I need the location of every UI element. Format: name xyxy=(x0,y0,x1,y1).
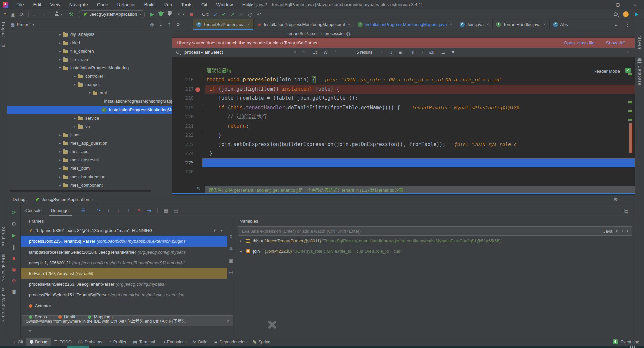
chevron-right-icon[interactable] xyxy=(57,32,63,36)
fold-icon[interactable] xyxy=(202,150,202,157)
toolwindow-spring[interactable]: Spring xyxy=(250,338,274,346)
chevron-right-icon[interactable] xyxy=(57,58,63,61)
hide-panel-icon[interactable] xyxy=(185,22,190,27)
debug-button[interactable] xyxy=(159,11,163,16)
database-icon[interactable] xyxy=(637,58,642,60)
git-commit-icon[interactable] xyxy=(219,11,228,17)
user-dropdown-icon[interactable] xyxy=(61,13,63,16)
add-icon[interactable] xyxy=(621,229,624,234)
toolwindow-profiler[interactable]: Profiler xyxy=(106,338,130,346)
menu-navigate[interactable]: Navigate xyxy=(69,2,88,7)
tab-beans[interactable]: Beans xyxy=(29,314,47,319)
more-tabs-chevron[interactable]: » xyxy=(29,328,31,333)
tab-close-icon[interactable] xyxy=(347,23,350,26)
expand-all-watches-icon[interactable] xyxy=(229,246,233,251)
maximize-button[interactable] xyxy=(616,2,620,7)
match-case-toggle[interactable]: Cc xyxy=(313,50,318,55)
tree-item[interactable]: InstallationProgressMonitoringMappe xyxy=(7,97,172,106)
chevron-right-icon[interactable] xyxy=(57,175,63,179)
whole-words-toggle[interactable]: W xyxy=(324,50,328,55)
menu-run[interactable]: Run xyxy=(164,2,172,7)
coverage-button[interactable] xyxy=(168,11,172,16)
tree-item[interactable]: mapper xyxy=(7,80,172,89)
tree-item[interactable]: mes_apsresult xyxy=(7,156,172,164)
tree-item[interactable]: mes_component xyxy=(7,181,172,189)
tree-item[interactable]: diy_analysis xyxy=(7,30,172,39)
tree-horizontal-scrollbar[interactable] xyxy=(10,190,151,192)
menu-window[interactable]: Window xyxy=(216,2,233,7)
forward-icon[interactable] xyxy=(39,11,48,17)
view-breakpoints-icon[interactable] xyxy=(12,266,16,272)
stripe-commit-icon[interactable] xyxy=(1,43,5,48)
expand-icon[interactable] xyxy=(239,239,243,243)
close-find-bar-icon[interactable] xyxy=(627,50,630,54)
variable-row[interactable]: this = {JeecgTenantParser@18011} "Tenant… xyxy=(235,236,635,246)
splitter[interactable] xyxy=(172,193,635,194)
stripe-gear-icon[interactable] xyxy=(1,287,5,292)
tab-close-icon[interactable] xyxy=(486,23,489,26)
build-hammer-icon[interactable] xyxy=(67,11,76,17)
tab-close-icon[interactable] xyxy=(543,23,546,26)
chevron-down-icon[interactable] xyxy=(57,66,63,70)
menu-edit[interactable]: Edit xyxy=(33,2,41,7)
tree-item[interactable]: installationProgressMonitoring xyxy=(7,64,172,72)
stripe-structure[interactable]: Structure xyxy=(1,227,6,247)
profiler-button[interactable] xyxy=(174,11,183,17)
back-icon[interactable] xyxy=(31,11,39,17)
chevron-right-icon[interactable] xyxy=(57,49,63,53)
git-rollback-icon[interactable] xyxy=(254,11,263,17)
breakpoint-icon[interactable]: ✓ xyxy=(195,87,200,92)
tab-options-icon[interactable] xyxy=(625,21,630,28)
chevron-right-icon[interactable] xyxy=(57,166,63,170)
menu-view[interactable]: View xyxy=(50,2,60,7)
add-watch-icon[interactable] xyxy=(230,223,232,228)
user-icon[interactable] xyxy=(54,11,59,16)
toggle-selection-icon[interactable] xyxy=(429,50,434,55)
toolwindow-problems[interactable]: Problems xyxy=(75,338,106,346)
toolwindow-dependencies[interactable]: Dependencies xyxy=(211,338,250,346)
tab-close-icon[interactable] xyxy=(247,23,250,26)
copy-value-icon[interactable] xyxy=(229,258,233,263)
select-all-occurrences-icon[interactable] xyxy=(398,50,402,55)
language-dropdown-icon[interactable] xyxy=(616,229,618,233)
actuator-tab[interactable]: Actuator xyxy=(21,303,51,308)
expand-icon[interactable] xyxy=(239,249,243,253)
force-step-into-icon[interactable] xyxy=(114,208,124,213)
evaluate-expression-icon[interactable] xyxy=(161,208,171,213)
tab-tenantsqlparser[interactable]: C TenantSqlParser.java xyxy=(193,19,254,30)
fold-icon[interactable] xyxy=(202,86,202,92)
hidden-tabs-icon[interactable] xyxy=(614,21,619,28)
fold-icon[interactable] xyxy=(202,159,202,166)
tree-item[interactable]: mes_app_question xyxy=(7,139,172,147)
search-filter-icon[interactable] xyxy=(451,50,455,55)
add-selection-icon[interactable] xyxy=(410,50,413,55)
chevron-right-icon[interactable] xyxy=(57,41,63,45)
plugin-play-icon[interactable] xyxy=(634,12,639,17)
search-history-icon[interactable] xyxy=(302,50,305,55)
git-history-icon[interactable] xyxy=(246,11,254,17)
toolwindow-debug[interactable]: Debug xyxy=(26,338,51,346)
run-configuration-select[interactable]: JeecgSystemApplication xyxy=(79,10,145,18)
threads-view-icon[interactable] xyxy=(78,208,88,213)
locate-file-icon[interactable] xyxy=(150,22,154,27)
minimize-button[interactable] xyxy=(599,2,603,7)
breadcrumb-method[interactable]: processJoin() xyxy=(325,31,350,36)
stripe-maven[interactable]: Maven xyxy=(637,36,642,49)
fold-icon[interactable] xyxy=(202,76,202,83)
chevron-right-icon[interactable] xyxy=(57,133,63,137)
profiler-dropdown-icon[interactable] xyxy=(183,13,184,16)
editor-scrollbar-thumb[interactable] xyxy=(629,123,632,153)
frame-row[interactable]: processPlainSelect:163, JeecgTenantParse… xyxy=(21,279,227,289)
clear-search-icon[interactable] xyxy=(293,50,297,54)
chevron-right-icon[interactable] xyxy=(72,74,78,78)
menu-code[interactable]: Code xyxy=(97,2,108,7)
remove-selection-icon[interactable] xyxy=(419,50,423,55)
stripe-bookmarks[interactable]: Bookmarks xyxy=(1,258,6,281)
chevron-right-icon[interactable] xyxy=(72,125,78,128)
tree-item[interactable]: vo xyxy=(7,122,172,131)
menu-refactor[interactable]: Refactor xyxy=(117,2,135,7)
ide-update-icon[interactable]: ↑ xyxy=(623,11,629,17)
chevron-down-icon[interactable] xyxy=(87,91,93,95)
inspect-icon[interactable] xyxy=(229,270,233,275)
panel-settings-icon[interactable] xyxy=(176,22,180,27)
